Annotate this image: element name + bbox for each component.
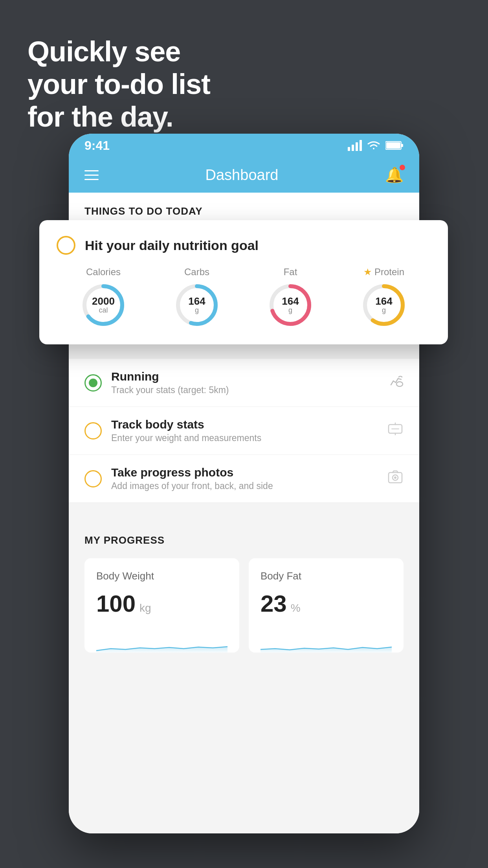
- body-fat-value: 23: [261, 590, 287, 617]
- nutrition-checkbox[interactable]: [57, 236, 75, 255]
- nutrition-fat: Fat 164 g: [267, 267, 314, 329]
- todo-item-body-stats[interactable]: Track body stats Enter your weight and m…: [69, 407, 419, 455]
- todo-title-body-stats: Track body stats: [111, 418, 387, 431]
- todo-sub-photos: Add images of your front, back, and side: [111, 481, 387, 491]
- carbs-label: Carbs: [184, 267, 209, 278]
- body-weight-unit: kg: [139, 602, 151, 614]
- body-weight-chart: [96, 629, 227, 653]
- svg-rect-1: [352, 145, 354, 151]
- carbs-donut: 164 g: [173, 281, 220, 329]
- things-today-title: THINGS TO DO TODAY: [84, 205, 203, 217]
- battery-icon: [385, 140, 404, 151]
- protein-value: 164: [375, 296, 392, 306]
- body-fat-label: Body Fat: [261, 570, 392, 582]
- todo-sub-running: Track your stats (target: 5km): [111, 385, 388, 395]
- nutrition-calories: Calories 2000 cal: [80, 267, 127, 329]
- carbs-value: 164: [188, 296, 205, 306]
- svg-point-7: [396, 382, 403, 386]
- body-fat-chart: [261, 629, 392, 653]
- todo-checkbox-body-stats[interactable]: [84, 422, 102, 440]
- todo-checkbox-running[interactable]: [84, 374, 102, 392]
- protein-label: Protein: [374, 267, 404, 278]
- fat-unit: g: [282, 306, 299, 314]
- wifi-icon: [367, 140, 381, 151]
- body-weight-label: Body Weight: [96, 570, 227, 582]
- protein-star-icon: ★: [363, 267, 372, 278]
- todo-checkbox-photos[interactable]: [84, 470, 102, 487]
- headline-text: Quickly see your to-do list for the day.: [28, 35, 210, 133]
- calories-label: Calories: [86, 267, 121, 278]
- status-icons: [348, 140, 404, 151]
- svg-rect-5: [401, 144, 403, 147]
- menu-button[interactable]: [84, 170, 99, 180]
- todo-list: Running Track your stats (target: 5km) T…: [69, 359, 419, 503]
- nutrition-row: Calories 2000 cal Carbs: [57, 267, 431, 329]
- progress-title: MY PROGRESS: [84, 534, 404, 546]
- progress-section: MY PROGRESS Body Weight 100 kg: [69, 519, 419, 660]
- todo-title-photos: Take progress photos: [111, 466, 387, 479]
- nutrition-carbs: Carbs 164 g: [173, 267, 220, 329]
- status-time: 9:41: [84, 138, 110, 153]
- calories-donut: 2000 cal: [80, 281, 127, 329]
- body-fat-unit: %: [291, 602, 301, 614]
- progress-cards: Body Weight 100 kg: [84, 558, 404, 653]
- status-bar: 9:41: [69, 134, 419, 157]
- fat-label: Fat: [284, 267, 297, 278]
- svg-rect-6: [386, 142, 400, 149]
- nutrition-protein: ★ Protein 164 g: [360, 267, 407, 329]
- notification-button[interactable]: 🔔: [385, 166, 404, 184]
- notification-dot: [400, 165, 405, 170]
- todo-icon-photos: [387, 469, 404, 488]
- protein-unit: g: [375, 306, 392, 314]
- todo-icon-body-stats: [387, 421, 404, 440]
- svg-rect-0: [348, 147, 350, 151]
- svg-rect-2: [356, 142, 358, 151]
- calories-value: 2000: [92, 296, 115, 306]
- todo-item-running[interactable]: Running Track your stats (target: 5km): [69, 359, 419, 407]
- body-weight-value: 100: [96, 590, 136, 617]
- todo-icon-running: [388, 374, 404, 392]
- svg-point-14: [394, 476, 396, 479]
- todo-sub-body-stats: Enter your weight and measurements: [111, 433, 387, 443]
- body-weight-card[interactable]: Body Weight 100 kg: [84, 558, 239, 653]
- fat-donut: 164 g: [267, 281, 314, 329]
- nutrition-card-title: Hit your daily nutrition goal: [85, 238, 259, 253]
- app-header: Dashboard 🔔: [69, 157, 419, 193]
- svg-rect-3: [360, 140, 362, 151]
- app-title: Dashboard: [205, 167, 279, 184]
- signal-icon: [348, 140, 362, 151]
- todo-item-photos[interactable]: Take progress photos Add images of your …: [69, 455, 419, 503]
- carbs-unit: g: [188, 306, 205, 314]
- calories-unit: cal: [92, 306, 115, 314]
- fat-value: 164: [282, 296, 299, 306]
- todo-title-running: Running: [111, 370, 388, 383]
- nutrition-card: Hit your daily nutrition goal Calories 2…: [39, 220, 448, 344]
- body-fat-card[interactable]: Body Fat 23 %: [249, 558, 404, 653]
- protein-donut: 164 g: [360, 281, 407, 329]
